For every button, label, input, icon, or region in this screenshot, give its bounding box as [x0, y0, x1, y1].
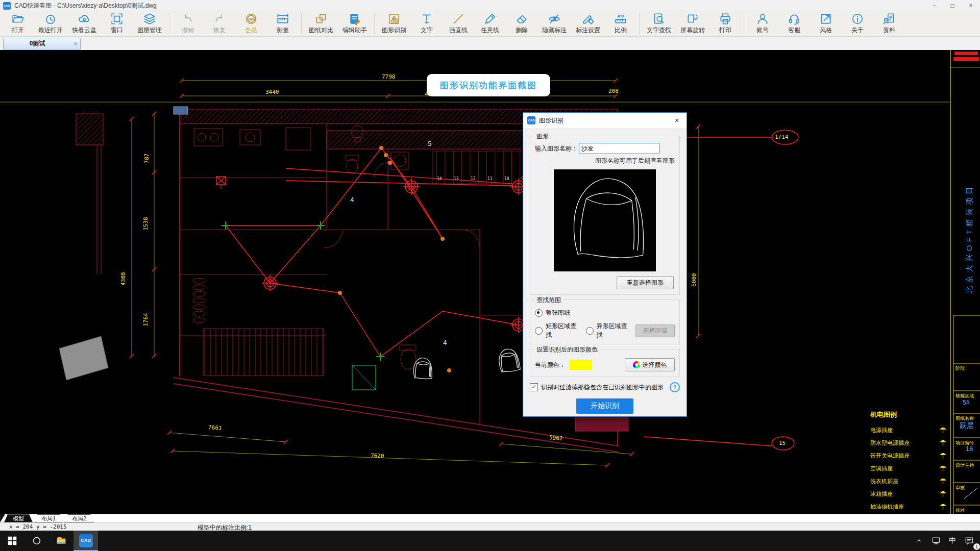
filter-checkbox[interactable] — [530, 383, 538, 391]
cad-app-taskbar-button[interactable]: CAD — [74, 531, 98, 551]
doc-tab-0测试[interactable]: 0测试 × — [3, 38, 81, 49]
project-name-vertical: 北京大兴OFT精装项目 — [965, 121, 975, 356]
support-icon — [788, 12, 801, 26]
toolbar-label: 屏幕旋转 — [680, 26, 705, 35]
toolbar-button-text[interactable]: 文字 — [411, 12, 443, 36]
shape-name-input[interactable] — [579, 143, 659, 154]
search-button[interactable] — [24, 531, 49, 551]
dialog-close-icon[interactable]: × — [669, 116, 684, 124]
layers-icon — [143, 12, 156, 26]
toolbar-button-edit-assistant[interactable]: 编辑助手 — [338, 12, 372, 36]
vip-icon: VIP — [244, 12, 258, 26]
toolbar-label: 撤销 — [182, 26, 194, 35]
legend-item: 冰箱插座 — [870, 490, 947, 498]
radio-rect-area[interactable] — [535, 327, 543, 335]
toolbar-button-docs[interactable]: 资料 — [873, 12, 905, 36]
tab-layout2[interactable]: 布局2 — [64, 514, 94, 522]
tab-model[interactable]: 模型 — [4, 514, 33, 522]
toolbar-label: 账号 — [756, 26, 769, 35]
toolbar-button-account[interactable]: 账号 — [747, 12, 778, 36]
network-tray-button[interactable] — [928, 531, 944, 551]
titleblock-value-drawing-name: 跃层 — [960, 421, 974, 431]
titleblock-label-stage: 阶段 — [955, 365, 965, 372]
open-icon — [11, 12, 24, 26]
screenshot-banner: 图形识别功能界面截图 — [427, 74, 550, 96]
shape-preview — [554, 169, 656, 271]
toolbar-button-style[interactable]: 风格 — [810, 12, 842, 36]
toolbar-button-about[interactable]: 关于 — [842, 12, 873, 36]
dim-left-3: 1764 — [142, 313, 149, 327]
dim-settings-icon — [581, 12, 595, 26]
toolbar-button-recent[interactable]: 最近打开 — [34, 12, 67, 36]
titleblock-label-proofread: 校对 — [955, 507, 965, 514]
toolbar-button-open[interactable]: 打开 — [2, 12, 34, 36]
file-explorer-button[interactable] — [49, 531, 74, 551]
start-recognition-button[interactable]: 开始识别 — [576, 398, 633, 414]
tray-expand-button[interactable] — [912, 531, 926, 551]
start-button[interactable] — [0, 531, 24, 551]
rotate-icon — [686, 12, 699, 26]
minimize-button[interactable]: – — [925, 0, 943, 11]
legend-item: 空调插座 — [870, 465, 947, 472]
close-button[interactable]: × — [962, 0, 980, 11]
action-center-button[interactable]: 1 — [961, 531, 978, 551]
toolbar-button-text-search[interactable]: 文字查找 — [642, 12, 676, 36]
stair-number: 13 — [454, 177, 459, 181]
toolbar-button-print[interactable]: 打印 — [709, 12, 741, 36]
toolbar-button-compare[interactable]: 图纸对比 — [304, 12, 338, 36]
toolbar-button-erase[interactable]: 删除 — [506, 12, 537, 36]
toolbar-separator — [301, 13, 302, 35]
toolbar-label: 标注设置 — [576, 26, 600, 35]
scale-icon: A:B — [614, 12, 627, 26]
help-icon[interactable]: ? — [670, 382, 680, 392]
current-color-swatch — [570, 360, 592, 370]
shape-group-label: 图形 — [534, 132, 551, 141]
reselect-shape-button[interactable]: 重新选择图形 — [617, 276, 674, 289]
radio-poly-area[interactable] — [586, 327, 594, 335]
toolbar-button-layers[interactable]: 图层管理 — [133, 12, 166, 36]
pick-color-button[interactable]: 选择颜色 — [625, 358, 675, 371]
toolbar-button-support[interactable]: 客服 — [778, 12, 810, 36]
toolbar-button-window[interactable]: 窗口 — [101, 12, 133, 36]
tab-layout1[interactable]: 布局1 — [34, 514, 63, 522]
toolbar-button-rotate[interactable]: 屏幕旋转 — [676, 12, 709, 36]
svg-text:A:B: A:B — [617, 14, 624, 18]
select-area-button: 选择区域 — [635, 324, 675, 337]
count-label-a: 4 — [350, 196, 354, 204]
toolbar-button-eye-off[interactable]: 隐藏标注 — [537, 12, 571, 36]
maximize-button[interactable]: □ — [943, 0, 962, 11]
about-icon — [851, 12, 864, 26]
color-group-label: 设置识别后的图形颜色 — [534, 345, 600, 354]
window-icon — [110, 12, 124, 26]
window-titlebar[interactable]: CAD CAD快速看图 - C:\Users\xiezy-a\Desktop\0… — [0, 0, 980, 11]
compare-icon — [314, 12, 328, 26]
toolbar-label: 最近打开 — [38, 26, 63, 35]
cad-app-icon: CAD — [79, 534, 93, 547]
line-icon — [452, 12, 465, 26]
toolbar-button-dim-settings[interactable]: 标注设置 — [571, 12, 605, 36]
legend-item: 带开关电源插座 — [870, 452, 947, 460]
toolbar-button-measure[interactable]: 测量 — [267, 12, 299, 36]
undo-icon — [181, 12, 194, 26]
toolbar-button-shapes[interactable]: 图形识别 — [377, 12, 411, 36]
window-title: CAD快速看图 - C:\Users\xiezy-a\Desktop\0测试.d… — [14, 2, 157, 10]
dialog-app-icon: CAD — [527, 116, 535, 124]
layout-tab-wedge — [0, 514, 5, 522]
notification-badge: 1 — [973, 543, 980, 550]
toolbar-button-vip[interactable]: VIP会员 — [235, 12, 267, 36]
toolbar-button-line[interactable]: 画直线 — [443, 12, 474, 36]
style-icon — [819, 12, 832, 26]
stair-number: 12 — [471, 177, 476, 181]
cloud-icon — [78, 12, 91, 26]
tab-close-icon[interactable]: × — [71, 40, 80, 47]
drawing-canvas[interactable]: 7798 3440 4358 208 787 1538 1764 4308 50… — [0, 50, 980, 514]
toolbar-button-scale[interactable]: A:B比例 — [605, 12, 636, 36]
dim-bottom-1: 7661 — [208, 424, 222, 432]
notification-icon — [964, 536, 974, 546]
radio-whole-drawing[interactable] — [535, 309, 543, 317]
search-range-label: 查找范围 — [534, 296, 563, 305]
toolbar-button-cloud[interactable]: 快看云盘 — [67, 12, 101, 36]
toolbar-button-pen[interactable]: 任意线 — [474, 12, 506, 36]
ime-indicator[interactable]: 中 — [945, 531, 960, 551]
dialog-titlebar[interactable]: CAD 图形识别 × — [523, 113, 687, 128]
